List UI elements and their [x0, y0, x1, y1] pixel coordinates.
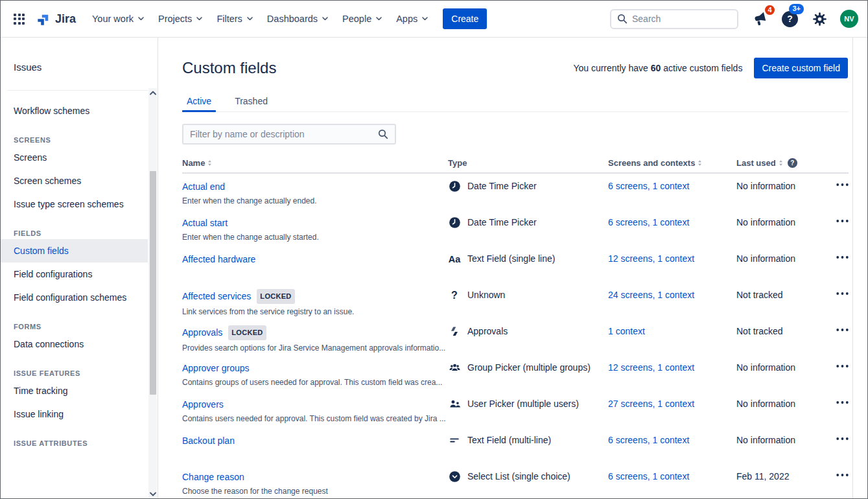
- nav-item-your-work[interactable]: Your work: [85, 8, 151, 29]
- sidebar-item-workflow-schemes[interactable]: Workflow schemes: [1, 99, 148, 122]
- column-header-screens-and-contexts[interactable]: Screens and contexts: [608, 158, 736, 168]
- last-used-value: No information: [736, 399, 795, 409]
- nav-item-apps[interactable]: Apps: [389, 8, 435, 29]
- row-actions-button[interactable]: [835, 325, 850, 334]
- type-cell: AaText Field (single line): [448, 253, 608, 283]
- field-name-link[interactable]: Change reason: [182, 472, 244, 482]
- notifications-button[interactable]: 4: [750, 10, 769, 29]
- field-name-link[interactable]: Backout plan: [182, 435, 235, 446]
- name-cell: Affected hardware: [182, 253, 448, 283]
- screens-contexts-link[interactable]: 27 screens, 1 context: [608, 399, 694, 409]
- type-label: Select List (single choice): [467, 470, 570, 483]
- row-actions-button[interactable]: [835, 180, 850, 189]
- table-header: NameTypeScreens and contextsLast used?: [182, 158, 849, 174]
- actions-cell: [835, 362, 851, 391]
- sidebar-item-screen-schemes[interactable]: Screen schemes: [1, 169, 148, 192]
- sidebar-item-time-tracking[interactable]: Time tracking: [1, 379, 148, 402]
- screens-cell: 6 screens, 1 context: [608, 470, 736, 499]
- actions-cell: [835, 398, 851, 428]
- last-used-value: Not tracked: [736, 290, 783, 300]
- create-button[interactable]: Create: [443, 8, 487, 29]
- ellipsis-icon: [836, 365, 849, 367]
- sidebar-item-label: Field configuration schemes: [14, 292, 126, 303]
- scroll-down-icon[interactable]: [150, 492, 156, 496]
- sidebar-item-field-configurations[interactable]: Field configurations: [1, 262, 148, 286]
- sidebar-scrollbar[interactable]: [148, 88, 157, 499]
- field-name-link[interactable]: Actual start: [182, 218, 228, 228]
- screens-contexts-link[interactable]: 1 context: [608, 326, 645, 336]
- nav-item-dashboards[interactable]: Dashboards: [260, 8, 335, 29]
- screens-contexts-link[interactable]: 6 screens, 1 context: [608, 217, 689, 227]
- type-cell: Text Field (multi-line): [448, 434, 608, 464]
- row-actions-button[interactable]: [835, 470, 850, 480]
- sidebar-item-issue-linking[interactable]: Issue linking: [1, 402, 148, 426]
- table-row: ApprovalsLOCKEDProvides search options f…: [182, 319, 849, 355]
- sort-icon: [207, 159, 212, 167]
- sidebar-item-screens[interactable]: Screens: [1, 146, 148, 169]
- screens-contexts-link[interactable]: 6 screens, 1 context: [608, 471, 689, 482]
- screens-contexts-link[interactable]: 6 screens, 1 context: [608, 181, 689, 191]
- sidebar-item-label: Field configurations: [14, 269, 92, 279]
- nav-item-label: Projects: [158, 14, 192, 24]
- name-line: Approver groups: [182, 362, 448, 375]
- scrollbar-thumb[interactable]: [150, 171, 156, 395]
- ellipsis-icon: [836, 292, 849, 295]
- gear-icon: [812, 12, 827, 27]
- field-name-link[interactable]: Approvers: [182, 399, 224, 410]
- type-label: Text Field (single line): [467, 253, 555, 265]
- row-actions-button[interactable]: [835, 362, 850, 371]
- jira-logo[interactable]: Jira: [31, 12, 84, 27]
- avatar[interactable]: NV: [840, 10, 858, 28]
- sidebar-item-field-configuration-schemes[interactable]: Field configuration schemes: [1, 286, 148, 309]
- nav-item-projects[interactable]: Projects: [151, 8, 209, 29]
- field-name-link[interactable]: Approver groups: [182, 363, 250, 373]
- row-actions-button[interactable]: [835, 289, 850, 298]
- field-name-link[interactable]: Affected hardware: [182, 254, 255, 264]
- chevron-down-icon: [376, 17, 382, 21]
- scroll-up-icon[interactable]: [150, 91, 156, 95]
- table-row: Affected hardwareAaText Field (single li…: [182, 246, 849, 283]
- settings-button[interactable]: [811, 10, 828, 28]
- field-name-link[interactable]: Affected services: [182, 291, 251, 301]
- tab-active[interactable]: Active: [182, 96, 216, 111]
- column-header-name[interactable]: Name: [182, 158, 448, 168]
- active-fields-summary: You currently have 60 active custom fiel…: [573, 63, 742, 73]
- field-name-link[interactable]: Approvals: [182, 327, 222, 338]
- field-description: Choose the reason for the change request: [182, 487, 448, 496]
- last-used-value: No information: [736, 253, 795, 264]
- type-label: Date Time Picker: [467, 180, 537, 192]
- column-header-label: Name: [182, 158, 205, 168]
- type-label: Approvals: [467, 325, 508, 338]
- screens-contexts-link[interactable]: 12 screens, 1 context: [608, 253, 694, 264]
- custom-fields-table: NameTypeScreens and contextsLast used? A…: [182, 158, 849, 499]
- name-line: Actual end: [182, 180, 448, 193]
- select-single-icon: [448, 470, 461, 483]
- row-actions-button[interactable]: [835, 216, 850, 226]
- tab-trashed[interactable]: Trashed: [230, 96, 272, 111]
- screens-cell: 6 screens, 1 context: [608, 216, 736, 246]
- screens-contexts-link[interactable]: 12 screens, 1 context: [608, 362, 694, 373]
- row-actions-button[interactable]: [835, 434, 850, 443]
- nav-item-people[interactable]: People: [335, 8, 389, 29]
- screens-contexts-link[interactable]: 24 screens, 1 context: [608, 290, 694, 300]
- text-single-icon: Aa: [448, 253, 461, 265]
- help-icon[interactable]: ?: [788, 158, 797, 168]
- field-name-link[interactable]: Actual end: [182, 181, 225, 192]
- filter-input[interactable]: [190, 129, 378, 139]
- column-header-last-used[interactable]: Last used?: [736, 158, 835, 168]
- search-input[interactable]: [632, 14, 731, 24]
- screens-contexts-link[interactable]: 6 screens, 1 context: [608, 435, 689, 445]
- nav-item-filters[interactable]: Filters: [209, 8, 259, 29]
- filter-row: [182, 124, 849, 145]
- create-custom-field-button[interactable]: Create custom field: [754, 58, 848, 78]
- type-label: Text Field (multi-line): [467, 434, 551, 447]
- sidebar-item-label: Data connections: [14, 339, 84, 349]
- unknown-icon: ?: [448, 289, 461, 301]
- sidebar-item-custom-fields[interactable]: Custom fields: [1, 239, 148, 262]
- sidebar-item-data-connections[interactable]: Data connections: [1, 332, 148, 356]
- help-button[interactable]: ? 3+: [780, 10, 799, 29]
- app-switcher-button[interactable]: [8, 8, 30, 30]
- row-actions-button[interactable]: [835, 253, 850, 262]
- row-actions-button[interactable]: [835, 398, 850, 407]
- sidebar-item-issue-type-screen-schemes[interactable]: Issue type screen schemes: [1, 192, 148, 216]
